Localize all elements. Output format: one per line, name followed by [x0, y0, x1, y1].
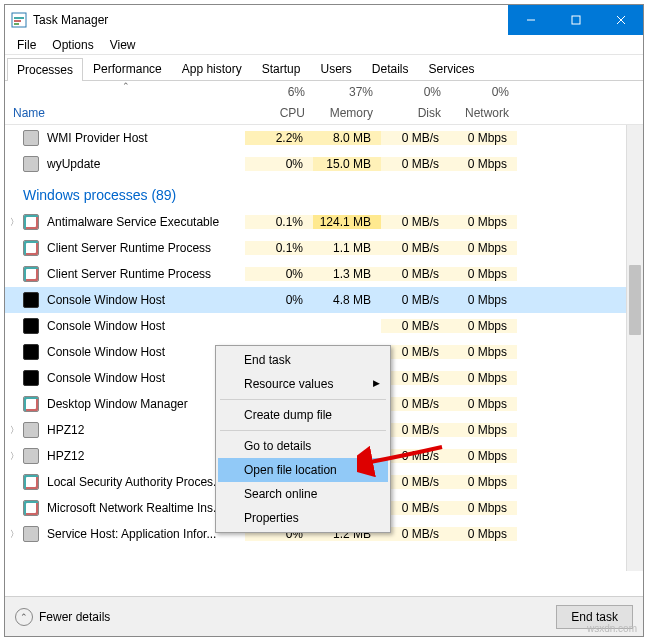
header-cpu[interactable]: 6%CPU [247, 81, 315, 124]
svg-rect-2 [14, 20, 21, 22]
process-row[interactable]: Console Window Host0%4.8 MB0 MB/s0 Mbps [5, 287, 643, 313]
context-search-online[interactable]: Search online [218, 482, 388, 506]
menu-file[interactable]: File [9, 36, 44, 54]
context-open-file-location[interactable]: Open file location [218, 458, 388, 482]
context-properties[interactable]: Properties [218, 506, 388, 530]
tab-startup[interactable]: Startup [252, 57, 311, 80]
process-icon [23, 500, 39, 516]
collapse-icon: ⌃ [15, 608, 33, 626]
process-icon [23, 156, 39, 172]
process-icon [23, 448, 39, 464]
cell-network: 0 Mbps [449, 423, 517, 437]
process-row[interactable]: WMI Provider Host2.2%8.0 MB0 MB/s0 Mbps [5, 125, 643, 151]
cell-disk: 0 MB/s [381, 527, 449, 541]
maximize-button[interactable] [553, 5, 598, 35]
process-icon [23, 422, 39, 438]
cell-memory: 8.0 MB [313, 131, 381, 145]
cell-network: 0 Mbps [449, 527, 517, 541]
vertical-scrollbar[interactable] [626, 125, 643, 571]
process-name: Client Server Runtime Process [45, 241, 245, 255]
window-title: Task Manager [33, 13, 108, 27]
submenu-arrow-icon: ▶ [373, 378, 380, 388]
tab-services[interactable]: Services [419, 57, 485, 80]
process-row[interactable]: wyUpdate0%15.0 MB0 MB/s0 Mbps [5, 151, 643, 177]
cell-disk: 0 MB/s [381, 397, 449, 411]
cell-network: 0 Mbps [449, 131, 517, 145]
titlebar[interactable]: Task Manager [5, 5, 643, 35]
expand-icon[interactable]: 〉 [5, 528, 23, 541]
menu-view[interactable]: View [102, 36, 144, 54]
cell-disk: 0 MB/s [381, 449, 449, 463]
cell-disk: 0 MB/s [381, 319, 449, 333]
process-name: Console Window Host [45, 319, 245, 333]
watermark: wsxdn.com [587, 623, 637, 634]
context-go-to-details[interactable]: Go to details [218, 434, 388, 458]
expand-icon[interactable]: 〉 [5, 424, 23, 437]
tabstrip: ProcessesPerformanceApp historyStartupUs… [5, 55, 643, 81]
cell-cpu: 2.2% [245, 131, 313, 145]
cell-network: 0 Mbps [449, 449, 517, 463]
cell-network: 0 Mbps [449, 241, 517, 255]
header-disk[interactable]: 0%Disk [383, 81, 451, 124]
cell-cpu: 0.1% [245, 215, 313, 229]
context-end-task[interactable]: End task [218, 348, 388, 372]
cell-cpu: 0% [245, 267, 313, 281]
cell-network: 0 Mbps [449, 475, 517, 489]
cell-network: 0 Mbps [449, 157, 517, 171]
expand-icon[interactable]: 〉 [5, 216, 23, 229]
cell-network: 0 Mbps [449, 319, 517, 333]
fewer-details-button[interactable]: ⌃ Fewer details [15, 608, 110, 626]
header-name[interactable]: ⌃ Name [5, 81, 247, 124]
footer: ⌃ Fewer details End task [5, 596, 643, 636]
cell-disk: 0 MB/s [381, 215, 449, 229]
header-network[interactable]: 0%Network [451, 81, 519, 124]
app-icon [11, 12, 27, 28]
tab-processes[interactable]: Processes [7, 58, 83, 81]
close-button[interactable] [598, 5, 643, 35]
tab-details[interactable]: Details [362, 57, 419, 80]
tab-performance[interactable]: Performance [83, 57, 172, 80]
process-icon [23, 240, 39, 256]
cell-memory: 4.8 MB [313, 293, 381, 307]
cell-network: 0 Mbps [449, 267, 517, 281]
process-icon [23, 130, 39, 146]
cell-network: 0 Mbps [449, 397, 517, 411]
process-row[interactable]: Client Server Runtime Process0%1.3 MB0 M… [5, 261, 643, 287]
cell-disk: 0 MB/s [381, 371, 449, 385]
process-icon [23, 396, 39, 412]
minimize-button[interactable] [508, 5, 553, 35]
expand-icon[interactable]: 〉 [5, 450, 23, 463]
process-row[interactable]: Console Window Host0 MB/s0 Mbps [5, 313, 643, 339]
process-row[interactable]: Client Server Runtime Process0.1%1.1 MB0… [5, 235, 643, 261]
cell-disk: 0 MB/s [381, 241, 449, 255]
column-headers[interactable]: ⌃ Name 6%CPU 37%Memory 0%Disk 0%Network [5, 81, 643, 125]
scrollbar-thumb[interactable] [629, 265, 641, 335]
context-resource-values[interactable]: Resource values▶ [218, 372, 388, 396]
process-icon [23, 266, 39, 282]
cell-disk: 0 MB/s [381, 345, 449, 359]
process-name: Client Server Runtime Process [45, 267, 245, 281]
svg-rect-1 [14, 17, 24, 19]
process-name: wyUpdate [45, 157, 245, 171]
cell-disk: 0 MB/s [381, 293, 449, 307]
sort-indicator-icon: ⌃ [122, 81, 130, 91]
cell-disk: 0 MB/s [381, 475, 449, 489]
cell-cpu: 0.1% [245, 241, 313, 255]
cell-memory: 1.1 MB [313, 241, 381, 255]
process-icon [23, 344, 39, 360]
header-memory[interactable]: 37%Memory [315, 81, 383, 124]
menubar: FileOptionsView [5, 35, 643, 55]
cell-network: 0 Mbps [449, 371, 517, 385]
cell-disk: 0 MB/s [381, 423, 449, 437]
tab-app-history[interactable]: App history [172, 57, 252, 80]
cell-memory: 1.3 MB [313, 267, 381, 281]
menu-options[interactable]: Options [44, 36, 101, 54]
tab-users[interactable]: Users [310, 57, 361, 80]
process-row[interactable]: 〉Antimalware Service Executable0.1%124.1… [5, 209, 643, 235]
svg-rect-5 [572, 16, 580, 24]
context-create-dump-file[interactable]: Create dump file [218, 403, 388, 427]
process-icon [23, 318, 39, 334]
process-icon [23, 214, 39, 230]
svg-rect-3 [14, 23, 19, 25]
cell-cpu: 0% [245, 157, 313, 171]
